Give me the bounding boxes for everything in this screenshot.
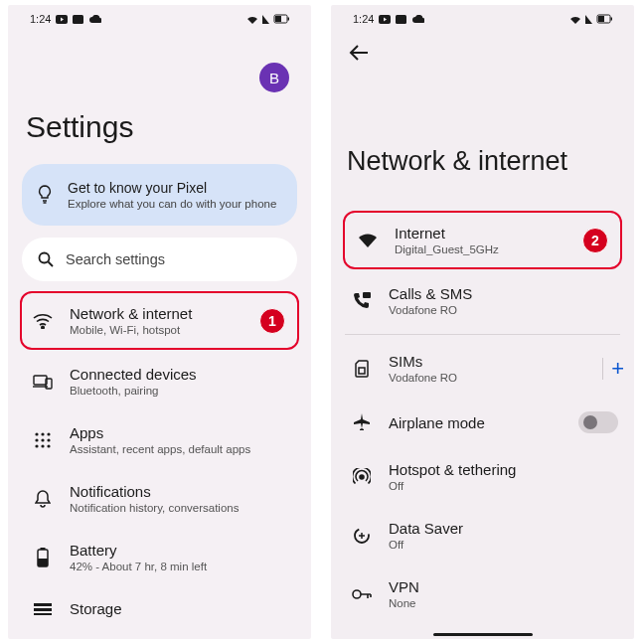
item-battery[interactable]: Battery 42% - About 7 hr, 8 min left xyxy=(22,528,297,586)
item-title: Storage xyxy=(70,600,122,617)
battery-icon xyxy=(32,548,54,567)
search-placeholder: Search settings xyxy=(66,251,165,267)
svg-rect-22 xyxy=(34,608,52,611)
promo-title: Get to know your Pixel xyxy=(68,180,276,196)
svg-rect-21 xyxy=(34,603,52,606)
data-saver-icon xyxy=(351,527,373,545)
item-connected-devices[interactable]: Connected devices Bluetooth, pairing xyxy=(22,352,297,410)
svg-point-11 xyxy=(47,432,50,435)
item-sub: 42% - About 7 hr, 8 min left xyxy=(70,561,207,572)
svg-rect-30 xyxy=(359,368,365,374)
search-settings[interactable]: Search settings xyxy=(22,238,297,281)
svg-point-17 xyxy=(47,444,50,447)
item-sub: Off xyxy=(389,480,516,492)
item-sub: None xyxy=(389,597,419,609)
cloud-icon xyxy=(88,15,101,24)
storage-icon xyxy=(32,603,54,615)
arrow-back-icon xyxy=(349,45,369,61)
step-badge-2: 2 xyxy=(582,228,608,253)
svg-point-5 xyxy=(40,253,50,263)
item-notifications[interactable]: Notifications Notification history, conv… xyxy=(22,469,297,528)
svg-rect-28 xyxy=(611,18,613,21)
status-bar: 1:24 xyxy=(331,5,634,29)
item-network-internet[interactable]: Network & internet Mobile, Wi-Fi, hotspo… xyxy=(20,291,299,350)
caption-icon xyxy=(396,15,406,24)
settings-screen: 1:24 B Settings Get to know your Pixel xyxy=(8,5,311,639)
svg-point-13 xyxy=(41,438,44,441)
wifi-filled-icon xyxy=(357,233,379,248)
item-title: Hotspot & tethering xyxy=(389,461,516,478)
svg-rect-27 xyxy=(598,16,604,22)
item-sub: Off xyxy=(389,539,463,551)
item-title: Internet xyxy=(395,225,499,242)
item-apps[interactable]: Apps Assistant, recent apps, default app… xyxy=(22,410,297,469)
youtube-icon xyxy=(379,15,391,24)
svg-rect-7 xyxy=(34,376,47,385)
item-title: Battery xyxy=(70,542,207,559)
item-title: Connected devices xyxy=(70,366,197,383)
item-title: Airplane mode xyxy=(389,414,485,431)
item-data-saver[interactable]: Data Saver Off xyxy=(335,506,630,564)
phone-msg-icon xyxy=(351,292,373,310)
item-title: SIMs xyxy=(389,353,457,370)
svg-point-15 xyxy=(35,444,38,447)
svg-point-9 xyxy=(35,432,38,435)
sim-icon xyxy=(351,360,373,378)
youtube-icon xyxy=(56,15,68,24)
status-bar: 1:24 xyxy=(8,5,311,29)
svg-point-16 xyxy=(41,444,44,447)
svg-rect-4 xyxy=(288,18,290,21)
item-sub: Mobile, Wi-Fi, hotspot xyxy=(70,324,192,336)
status-icons xyxy=(245,13,289,25)
profile-avatar[interactable]: B xyxy=(259,63,289,92)
item-sub: Assistant, recent apps, default apps xyxy=(70,443,250,455)
airplane-icon xyxy=(351,413,373,431)
item-sub: Bluetooth, pairing xyxy=(70,385,197,397)
item-calls-sms[interactable]: Calls & SMS Vodafone RO xyxy=(335,271,630,330)
status-time: 1:24 xyxy=(353,13,374,25)
status-icons xyxy=(568,13,612,25)
devices-icon xyxy=(32,374,54,390)
item-vpn[interactable]: VPN None xyxy=(335,564,630,623)
item-title: Private DNS xyxy=(389,637,471,639)
item-airplane-mode[interactable]: Airplane mode xyxy=(335,398,630,447)
svg-point-12 xyxy=(35,438,38,441)
nav-handle[interactable] xyxy=(433,633,533,636)
hotspot-icon xyxy=(351,468,373,486)
item-private-dns[interactable]: Private DNS Automatic xyxy=(335,623,630,639)
back-button[interactable] xyxy=(331,29,634,61)
item-sub: Vodafone RO xyxy=(389,372,457,384)
svg-rect-25 xyxy=(396,15,406,24)
network-internet-screen: 1:24 Network & internet xyxy=(331,5,634,639)
add-sim-button[interactable]: + xyxy=(611,356,630,382)
item-storage[interactable]: Storage xyxy=(22,586,297,617)
svg-rect-23 xyxy=(34,613,52,615)
wifi-icon xyxy=(32,313,54,329)
svg-point-33 xyxy=(353,590,361,598)
item-sub: Digital_Guest_5GHz xyxy=(395,243,499,255)
item-title: VPN xyxy=(389,578,419,595)
lightbulb-icon xyxy=(36,185,54,205)
item-internet[interactable]: Internet Digital_Guest_5GHz 2 xyxy=(343,211,622,269)
item-sims[interactable]: SIMs Vodafone RO xyxy=(335,339,594,398)
page-title: Network & internet xyxy=(347,146,634,177)
item-sub: Vodafone RO xyxy=(389,304,472,316)
airplane-toggle[interactable] xyxy=(578,411,618,433)
cloud-icon xyxy=(411,15,424,24)
item-title: Notifications xyxy=(70,483,239,500)
item-sub: Notification history, conversations xyxy=(70,502,239,514)
bell-icon xyxy=(32,490,54,508)
item-hotspot[interactable]: Hotspot & tethering Off xyxy=(335,447,630,506)
status-time: 1:24 xyxy=(30,13,51,25)
apps-icon xyxy=(32,432,54,448)
svg-rect-20 xyxy=(38,559,48,566)
item-title: Network & internet xyxy=(70,305,192,322)
svg-rect-29 xyxy=(363,292,371,298)
svg-point-10 xyxy=(41,432,44,435)
svg-rect-3 xyxy=(275,16,281,22)
vpn-key-icon xyxy=(351,588,373,600)
separator xyxy=(602,358,603,380)
item-title: Calls & SMS xyxy=(389,285,472,302)
item-title: Data Saver xyxy=(389,520,463,537)
promo-card[interactable]: Get to know your Pixel Explore what you … xyxy=(22,164,297,226)
